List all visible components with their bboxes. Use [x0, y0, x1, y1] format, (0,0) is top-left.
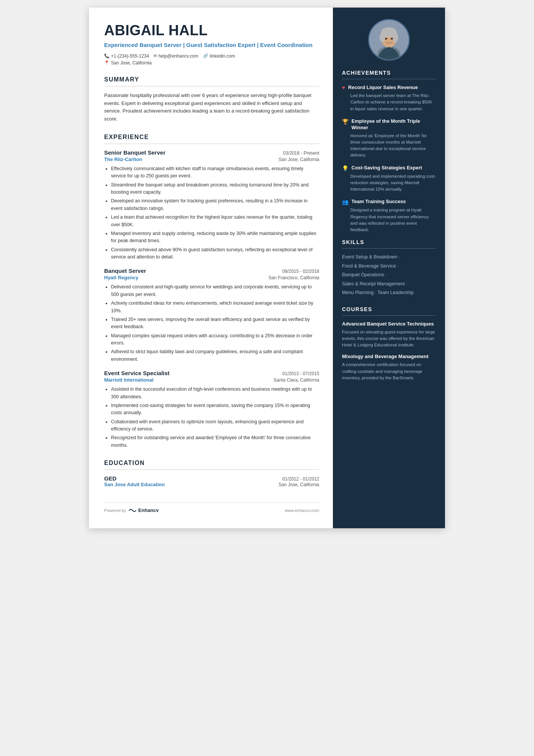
- bullet-item: Recognized for outstanding service and a…: [111, 434, 319, 449]
- phone-item: 📞 +1-(234)-555-1234: [104, 53, 149, 59]
- achievement-3: 💡 Cost-Saving Strategies Expert Develope…: [342, 165, 436, 193]
- skills-divider: [342, 248, 436, 249]
- bullet-item: Streamlined the banquet setup and breakd…: [111, 182, 319, 196]
- bullet-item: Trained 20+ new servers, improving the o…: [111, 316, 319, 331]
- experience-divider: [104, 144, 319, 144]
- avatar-container: [342, 19, 436, 61]
- job-2-bullets: Delivered consistent and high-quality se…: [104, 283, 319, 363]
- skill-3: Banquet Operations ·: [342, 272, 436, 279]
- achievement-4-desc: Designed a training program at Hyatt Reg…: [342, 207, 436, 233]
- location-icon: 📍: [104, 60, 109, 65]
- achievement-4-header: 👥 Team Training Success: [342, 199, 436, 205]
- candidate-subtitle: Experienced Banquet Server | Guest Satis…: [104, 41, 319, 49]
- job-2-subheader: Hyatt Regency San Francisco, California: [104, 275, 319, 280]
- enhancv-logo: Enhancv: [128, 507, 159, 513]
- heart-icon: ♥: [342, 85, 345, 91]
- course-2-desc: A comprehensive certification focused on…: [342, 362, 436, 381]
- job-2-company: Hyatt Regency: [104, 275, 138, 280]
- achievement-2-header: 🏆 Employee of the Month Triple Winner: [342, 118, 436, 131]
- skill-5: Menu Planning · Team Leadership: [342, 290, 436, 296]
- job-2-location: San Francisco, California: [269, 275, 319, 280]
- job-1-subheader: The Ritz-Carlton San Jose, California: [104, 157, 319, 162]
- job-1-title: Senior Banquet Server: [104, 149, 166, 156]
- left-column: ABIGAIL HALL Experienced Banquet Server …: [89, 8, 333, 528]
- email-address: help@enhancv.com: [158, 53, 198, 59]
- website-url: linkedin.com: [210, 53, 235, 59]
- job-1-dates: 03/2018 - Present: [283, 150, 319, 156]
- avatar: [368, 19, 410, 61]
- achievement-1-title: Record Liquor Sales Revenue: [348, 85, 418, 91]
- job-1-location: San Jose, California: [279, 157, 319, 162]
- bullet-item: Delivered consistent and high-quality se…: [111, 283, 319, 298]
- edu-1-header: GED 01/2012 - 01/2012: [104, 475, 319, 482]
- footer-logo: Powered by Enhancv: [104, 507, 159, 513]
- edu-1-location: San Jose, California: [279, 482, 319, 487]
- job-1-header: Senior Banquet Server 03/2018 - Present: [104, 149, 319, 156]
- job-1-bullets: Effectively communicated with kitchen st…: [104, 165, 319, 261]
- summary-title: SUMMARY: [104, 76, 319, 83]
- website-item: 🔗 linkedin.com: [203, 53, 235, 59]
- brand-name: Enhancv: [138, 507, 159, 513]
- skill-1: Event Setup & Breakdown ·: [342, 254, 436, 261]
- svg-point-6: [392, 32, 398, 42]
- footer-website: www.enhancv.com: [285, 508, 319, 513]
- team-icon: 👥: [342, 199, 348, 205]
- edu-1-degree: GED: [104, 475, 117, 482]
- summary-divider: [104, 86, 319, 86]
- job-3-title: Event Service Specialist: [104, 370, 170, 376]
- lightbulb-icon: 💡: [342, 165, 348, 172]
- bullet-item: Led a team that achieved recognition for…: [111, 214, 319, 229]
- course-2-title: Mixology and Beverage Management: [342, 354, 436, 360]
- link-icon: 🔗: [203, 53, 208, 58]
- bullet-item: Actively contributed ideas for menu enha…: [111, 300, 319, 315]
- achievement-4-title: Team Training Success: [351, 199, 406, 205]
- job-3-company: Marriott International: [104, 377, 153, 383]
- trophy-icon: 🏆: [342, 119, 348, 125]
- achievements-title: ACHIEVEMENTS: [342, 70, 436, 76]
- resume-container: ABIGAIL HALL Experienced Banquet Server …: [89, 8, 445, 528]
- achievement-2-title: Employee of the Month Triple Winner: [351, 118, 436, 131]
- job-1-company: The Ritz-Carlton: [104, 157, 142, 162]
- job-2-header: Banquet Server 08/2015 - 02/2018: [104, 268, 319, 274]
- achievement-2: 🏆 Employee of the Month Triple Winner Ho…: [342, 118, 436, 159]
- avatar-image: [369, 20, 409, 59]
- course-1-title: Advanced Banquet Service Techniques: [342, 321, 436, 327]
- header: ABIGAIL HALL Experienced Banquet Server …: [104, 23, 319, 66]
- bullet-item: Implemented cost-saving strategies for e…: [111, 402, 319, 417]
- bullet-item: Effectively communicated with kitchen st…: [111, 165, 319, 180]
- achievement-3-desc: Developed and implemented operating cost…: [342, 173, 436, 193]
- right-column: ACHIEVEMENTS ♥ Record Liquor Sales Reven…: [333, 8, 445, 528]
- skill-2: Food & Beverage Service ·: [342, 263, 436, 270]
- edu-1-dates: 01/2012 - 01/2012: [283, 476, 319, 482]
- email-icon: ✉: [153, 53, 157, 58]
- bullet-item: Assisted in the successful execution of …: [111, 386, 319, 401]
- education-title: EDUCATION: [104, 460, 319, 466]
- job-2-dates: 08/2015 - 02/2018: [283, 269, 319, 274]
- job-2-title: Banquet Server: [104, 268, 146, 274]
- course-2: Mixology and Beverage Management A compr…: [342, 354, 436, 381]
- courses-divider: [342, 315, 436, 316]
- job-3-subheader: Marriott International Santa Clara, Cali…: [104, 377, 319, 383]
- courses-title: COURSES: [342, 306, 436, 312]
- achievement-3-header: 💡 Cost-Saving Strategies Expert: [342, 165, 436, 172]
- achievement-1-header: ♥ Record Liquor Sales Revenue: [342, 85, 436, 91]
- achievement-4: 👥 Team Training Success Designed a train…: [342, 199, 436, 233]
- education-divider: [104, 470, 319, 470]
- edu-item-1: GED 01/2012 - 01/2012 San Jose Adult Edu…: [104, 475, 319, 487]
- bullet-item: Managed inventory and supply ordering, r…: [111, 230, 319, 245]
- job-3-dates: 01/2013 - 07/2015: [283, 371, 319, 376]
- location-text: San Jose, California: [111, 60, 151, 66]
- course-1: Advanced Banquet Service Techniques Focu…: [342, 321, 436, 349]
- bullet-item: Adhered to strict liquor liability laws …: [111, 348, 319, 363]
- job-1: Senior Banquet Server 03/2018 - Present …: [104, 149, 319, 261]
- email-item: ✉ help@enhancv.com: [153, 53, 198, 59]
- bullet-item: Collaborated with event planners to opti…: [111, 418, 319, 433]
- phone-icon: 📞: [104, 53, 109, 58]
- skills-title: SKILLS: [342, 239, 436, 245]
- svg-point-5: [379, 32, 385, 42]
- footer: Powered by Enhancv www.enhancv.com: [104, 502, 319, 513]
- achievements-divider: [342, 79, 436, 79]
- bullet-item: Consistently achieved above 90% in guest…: [111, 246, 319, 261]
- job-3-location: Santa Clara, California: [273, 377, 319, 383]
- job-2: Banquet Server 08/2015 - 02/2018 Hyatt R…: [104, 268, 319, 363]
